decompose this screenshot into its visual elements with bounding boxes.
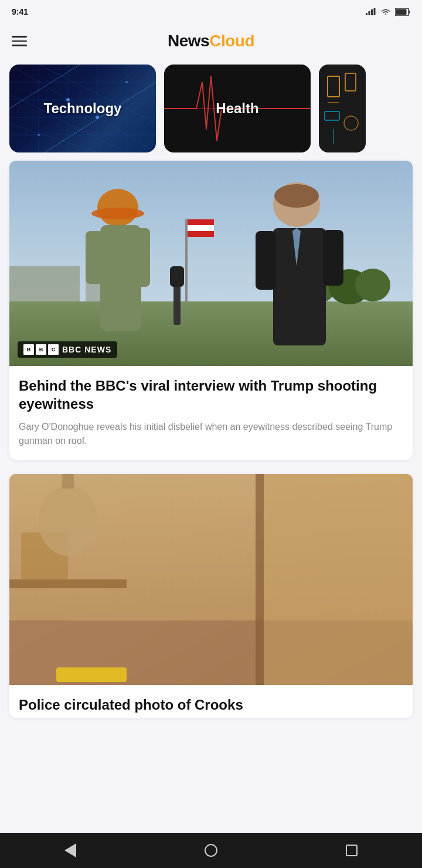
recents-button[interactable] — [337, 836, 366, 865]
svg-rect-54 — [170, 266, 184, 287]
logo-cloud: Cloud — [209, 32, 254, 50]
svg-point-55 — [274, 184, 319, 208]
svg-rect-42 — [188, 231, 214, 237]
news-title-2: Police circulated photo of Crooks — [9, 685, 413, 717]
svg-rect-5 — [409, 11, 410, 13]
news-image-2 — [9, 474, 413, 685]
svg-rect-51 — [323, 230, 343, 286]
room-scene-svg — [9, 474, 413, 685]
category-card-technology[interactable]: Technology — [9, 65, 156, 152]
news-desc-1: Gary O'Donoghue reveals his initial disb… — [19, 420, 403, 448]
svg-rect-29 — [325, 111, 339, 120]
svg-rect-50 — [256, 231, 276, 290]
third-card-svg — [319, 65, 366, 152]
svg-point-30 — [344, 116, 358, 130]
svg-rect-65 — [9, 474, 413, 685]
svg-rect-3 — [374, 8, 376, 15]
news-content-1: Behind the BBC's viral interview with Tr… — [9, 366, 413, 460]
menu-line-3 — [12, 45, 27, 46]
svg-rect-49 — [273, 228, 326, 345]
svg-point-47 — [91, 208, 144, 219]
wifi-icon — [381, 8, 390, 15]
menu-line-1 — [12, 36, 27, 38]
svg-rect-39 — [185, 219, 188, 301]
news-card-2[interactable]: Police circulated photo of Crooks — [9, 474, 413, 717]
category-card-health[interactable]: Health — [164, 65, 311, 152]
category-label-technology: Technology — [9, 65, 156, 152]
svg-rect-1 — [369, 11, 370, 15]
category-label-health: Health — [164, 65, 311, 152]
status-bar: 9:41 — [0, 0, 422, 23]
svg-rect-34 — [9, 266, 80, 301]
status-icons — [366, 8, 410, 16]
back-icon — [64, 843, 76, 857]
category-card-third[interactable] — [319, 65, 366, 152]
bbc-box-b1: B — [23, 344, 34, 355]
logo-news: News — [168, 32, 209, 50]
back-button[interactable] — [56, 836, 85, 865]
bbc-boxes: B B C — [23, 344, 59, 355]
svg-rect-6 — [396, 9, 407, 15]
home-icon — [205, 844, 217, 857]
news-feed: B B C BBC NEWS Behind the BBC's viral in… — [0, 161, 422, 718]
menu-button[interactable] — [12, 36, 27, 46]
svg-rect-0 — [366, 13, 367, 15]
home-button[interactable] — [196, 836, 226, 865]
svg-rect-2 — [371, 9, 373, 15]
scroll-area: Technology Health — [0, 59, 422, 779]
news-title-1: Behind the BBC's viral interview with Tr… — [19, 377, 403, 413]
news-image-1: B B C BBC NEWS — [9, 161, 413, 366]
svg-rect-46 — [132, 228, 150, 287]
bbc-box-b2: B — [36, 344, 46, 355]
bbc-news-label: BBC NEWS — [62, 345, 111, 354]
categories-scroll: Technology Health — [0, 59, 422, 161]
menu-line-2 — [12, 40, 27, 42]
bottom-nav — [0, 833, 422, 868]
bbc-scene-svg — [9, 161, 413, 366]
app-logo: NewsCloud — [168, 32, 254, 50]
status-time: 9:41 — [12, 7, 28, 16]
svg-rect-27 — [345, 73, 356, 91]
room-image-bg — [9, 474, 413, 685]
svg-rect-41 — [188, 225, 214, 231]
svg-point-38 — [355, 269, 390, 301]
bbc-badge: B B C BBC NEWS — [18, 341, 117, 358]
bbc-box-c: C — [48, 344, 59, 355]
news-card-1[interactable]: B B C BBC NEWS Behind the BBC's viral in… — [9, 161, 413, 460]
header: NewsCloud — [0, 23, 422, 59]
svg-rect-66 — [56, 667, 127, 682]
svg-rect-26 — [328, 76, 339, 97]
bbc-image-bg — [9, 161, 413, 366]
svg-rect-45 — [86, 231, 103, 284]
signal-icon — [366, 8, 376, 15]
recents-icon — [346, 845, 358, 856]
battery-icon — [395, 8, 410, 16]
